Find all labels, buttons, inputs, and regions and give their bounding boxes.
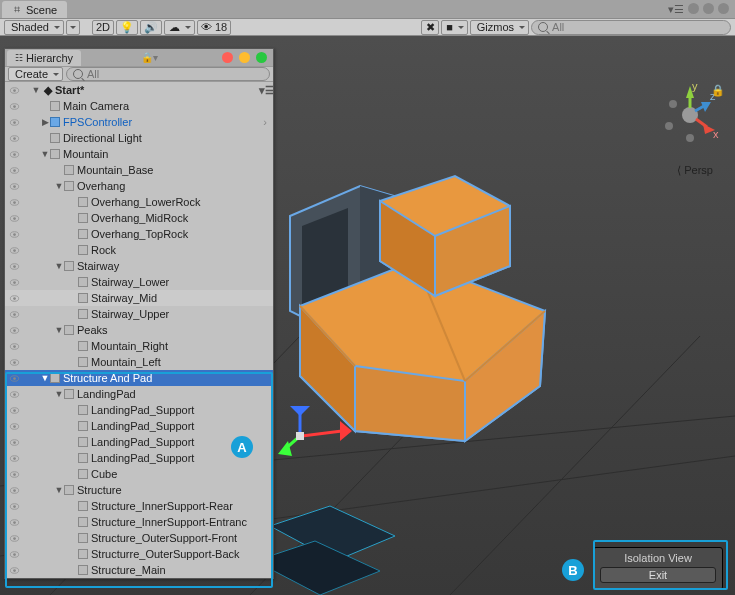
visibility-toggle[interactable] [5,213,23,224]
visibility-toggle[interactable] [5,357,23,368]
hierarchy-row[interactable]: Overhang_MidRock [5,210,273,226]
lock-icon[interactable]: 🔒▾ [141,52,158,63]
fold-toggle[interactable]: ▼ [54,485,64,495]
scene-search[interactable] [531,20,731,35]
hierarchy-search-input[interactable] [87,68,263,80]
hierarchy-row[interactable]: Overhang_LowerRock [5,194,273,210]
scene-search-input[interactable] [552,21,724,33]
visibility-toggle[interactable] [5,469,23,480]
visibility-toggle[interactable] [5,293,23,304]
hierarchy-row[interactable]: ▼Structure And Pad [5,370,273,386]
hierarchy-row[interactable]: ▼LandingPad [5,386,273,402]
visibility-toggle[interactable] [5,437,23,448]
camera-dropdown[interactable]: ■ [441,20,468,35]
visibility-toggle[interactable] [5,197,23,208]
hierarchy-row[interactable]: Cube [5,466,273,482]
hierarchy-row[interactable]: ▼Stairway [5,258,273,274]
gizmos-dropdown[interactable]: Gizmos [470,20,529,35]
visibility-toggle[interactable] [5,341,23,352]
hierarchy-row[interactable]: ▼Overhang [5,178,273,194]
visibility-toggle[interactable] [5,373,23,384]
close-button[interactable] [222,52,233,63]
hierarchy-row[interactable]: Rock [5,242,273,258]
2d-toggle[interactable]: 2D [92,20,114,35]
audio-toggle[interactable]: 🔊 [140,20,162,35]
hierarchy-row[interactable]: ▼Mountain [5,146,273,162]
hierarchy-row[interactable]: LandingPad_Support [5,418,273,434]
visibility-toggle[interactable] [5,245,23,256]
visibility-toggle[interactable] [5,549,23,560]
visibility-toggle[interactable] [5,565,23,576]
zoom-button[interactable] [256,52,267,63]
window-button[interactable] [688,3,699,14]
hierarchy-row[interactable]: LandingPad_Support [5,402,273,418]
hierarchy-row[interactable]: Stairway_Mid [5,290,273,306]
hierarchy-tree[interactable]: ▼ ◆ Start* ▾☰ Main Camera▶FPSController›… [5,82,273,578]
hidden-objects-toggle[interactable]: 👁 18 [197,20,231,35]
hierarchy-row[interactable]: Mountain_Base [5,162,273,178]
hierarchy-row[interactable]: Mountain_Left [5,354,273,370]
visibility-toggle[interactable] [5,277,23,288]
lighting-toggle[interactable]: 💡 [116,20,138,35]
hierarchy-row[interactable]: Stairway_Lower [5,274,273,290]
fold-toggle[interactable]: ▼ [54,181,64,191]
visibility-toggle[interactable] [5,389,23,400]
visibility-toggle[interactable] [5,181,23,192]
hierarchy-row[interactable]: Structure_Main [5,562,273,578]
hierarchy-row[interactable]: ▼Peaks [5,322,273,338]
chevron-right-icon[interactable]: › [263,116,273,128]
visibility-toggle[interactable] [5,101,23,112]
scene-root-row[interactable]: ▼ ◆ Start* ▾☰ [5,82,273,98]
visibility-toggle[interactable] [5,421,23,432]
visibility-toggle[interactable] [5,405,23,416]
fold-toggle[interactable]: ▼ [40,149,50,159]
perspective-label[interactable]: ⟨Persp [677,164,713,177]
hierarchy-row[interactable]: Overhang_TopRock [5,226,273,242]
visibility-toggle[interactable] [5,149,23,160]
hierarchy-row[interactable]: Mountain_Right [5,338,273,354]
row-options-icon[interactable]: ▾☰ [259,84,273,97]
window-button[interactable] [718,3,729,14]
visibility-toggle[interactable] [5,517,23,528]
fold-toggle[interactable]: ▼ [54,389,64,399]
visibility-toggle[interactable] [5,117,23,128]
visibility-toggle[interactable] [5,485,23,496]
minimize-button[interactable] [239,52,250,63]
gizmo-lock-icon[interactable]: 🔒 [711,84,725,97]
create-dropdown[interactable]: Create [8,67,63,81]
isolation-exit-button[interactable]: Exit [600,567,716,583]
fold-toggle[interactable]: ▼ [31,85,41,95]
hierarchy-row[interactable]: Structurre_OuterSupport-Back [5,546,273,562]
fold-toggle[interactable]: ▼ [54,261,64,271]
visibility-toggle[interactable] [5,501,23,512]
window-button[interactable] [703,3,714,14]
hierarchy-row[interactable]: ▶FPSController› [5,114,273,130]
fold-toggle[interactable]: ▶ [40,117,50,127]
visibility-toggle[interactable] [5,453,23,464]
tools-button[interactable]: ✖ [421,20,439,35]
hierarchy-search[interactable] [66,67,270,81]
shading-mode-dropdown[interactable]: Shaded [4,20,64,35]
visibility-toggle[interactable] [5,229,23,240]
hierarchy-row[interactable]: Main Camera [5,98,273,114]
hierarchy-row[interactable]: Structure_OuterSupport-Front [5,530,273,546]
visibility-toggle[interactable] [5,133,23,144]
visibility-toggle[interactable] [5,85,23,96]
fold-toggle[interactable]: ▼ [40,373,50,383]
panel-menu-icon[interactable]: ▾☰ [668,3,684,16]
visibility-toggle[interactable] [5,325,23,336]
hierarchy-row[interactable]: ▼Structure [5,482,273,498]
visibility-toggle[interactable] [5,533,23,544]
visibility-toggle[interactable] [5,261,23,272]
hierarchy-row[interactable]: Stairway_Upper [5,306,273,322]
visibility-toggle[interactable] [5,309,23,320]
hierarchy-row[interactable]: Structure_InnerSupport-Rear [5,498,273,514]
hierarchy-tab[interactable]: ☷ Hierarchy [7,50,81,66]
hierarchy-row[interactable]: Structure_InnerSupport-Entranc [5,514,273,530]
visibility-toggle[interactable] [5,165,23,176]
fx-dropdown[interactable]: ☁ [164,20,195,35]
fold-toggle[interactable]: ▼ [54,325,64,335]
hierarchy-row[interactable]: Directional Light [5,130,273,146]
shading-extra-dropdown[interactable] [66,20,80,35]
scene-tab[interactable]: ⌗ Scene [2,1,67,18]
